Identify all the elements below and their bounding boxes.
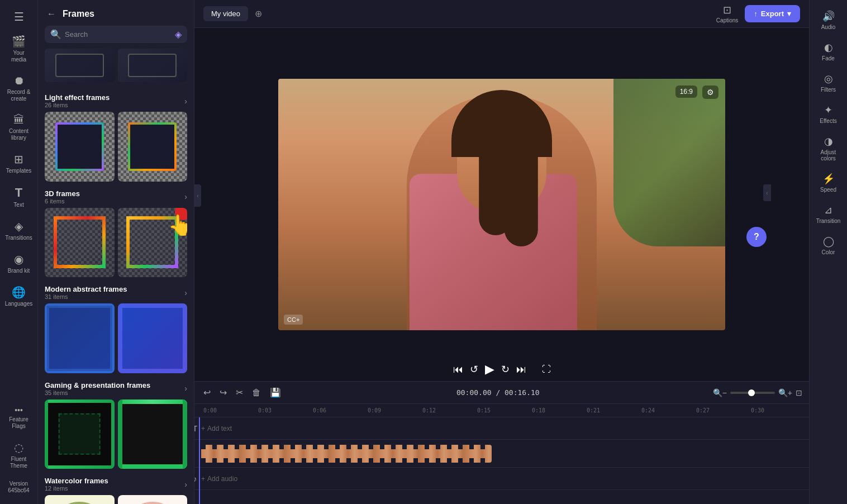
light-frame-thumb-2[interactable]	[118, 112, 188, 182]
sidebar-item-content[interactable]: 🏛 Contentlibrary	[2, 109, 36, 146]
sidebar-item-version: Version645bc64	[2, 476, 36, 498]
section-header-gaming[interactable]: Gaming & presentation frames 35 items ›	[45, 381, 187, 396]
modern-thumb-grid	[45, 303, 187, 373]
search-input[interactable]	[65, 30, 172, 39]
section-header-modern[interactable]: Modern abstract frames 31 items ›	[45, 285, 187, 300]
right-panel-adjust[interactable]: ◑ Adjust colors	[811, 131, 846, 166]
right-panel-speed[interactable]: ⚡ Speed	[811, 168, 846, 197]
languages-icon: 🌐	[12, 286, 26, 299]
light-effect-thumb-grid	[45, 112, 187, 182]
sidebar-item-fluent[interactable]: ◌ FluentTheme	[2, 436, 36, 474]
sidebar-item-more[interactable]: ••• FeatureFlags	[2, 401, 36, 434]
right-panel-transition[interactable]: ⊿ Transition	[811, 199, 846, 229]
timeline-time: 00:00.00 / 00:16.10	[288, 388, 708, 397]
add-text-button[interactable]: + Add text	[201, 425, 232, 432]
fullscreen-button[interactable]: ⛶	[542, 364, 551, 374]
right-panel-audio[interactable]: 🔊 Audio	[811, 6, 846, 35]
undo-button[interactable]: ↩	[201, 385, 213, 400]
gaming-frame-thumb-1[interactable]	[45, 400, 115, 469]
section-header-3d[interactable]: 3D frames 6 items ›	[45, 189, 187, 205]
top-thumbnails	[45, 49, 187, 82]
panel-header: ← Frames	[38, 0, 194, 26]
panel-collapse-handle[interactable]: ‹	[194, 184, 201, 207]
cut-button[interactable]: ✂	[234, 385, 245, 400]
audio-track-content[interactable]: + Add audio	[199, 468, 809, 489]
section-header-light-effect[interactable]: Light effect frames 26 items ›	[45, 93, 187, 108]
redo-button[interactable]: ↪	[217, 385, 229, 400]
skip-forward-button[interactable]: ⏭	[516, 364, 526, 375]
section-count-modern: 31 items	[45, 293, 127, 300]
watercolor-frame-thumb-2[interactable]: 🌸	[118, 495, 188, 504]
transition-icon: ⊿	[824, 204, 832, 216]
speed-label: Speed	[820, 187, 836, 193]
3d-frame-thumb-2[interactable]: 👆	[118, 208, 188, 278]
sidebar-item-record[interactable]: ⏺ Record &create	[2, 70, 36, 107]
right-panel-collapse[interactable]: ‹	[763, 184, 771, 201]
modern-frame-thumb-1[interactable]	[45, 303, 115, 373]
ruler-mark-10: 0:30	[751, 407, 806, 413]
video-track	[194, 440, 809, 468]
sidebar-item-brand[interactable]: ◉ Brand kit	[2, 248, 36, 279]
text-track-icon: T	[194, 424, 197, 433]
delete-button[interactable]: 🗑	[250, 386, 263, 400]
panel-scroll: Light effect frames 26 items ›	[38, 49, 194, 504]
gaming-frame-thumb-2[interactable]	[118, 400, 188, 469]
media-icon: 🎬	[12, 35, 26, 48]
speed-icon: ⚡	[822, 173, 835, 185]
captions-button[interactable]: ⊡ Captions	[716, 4, 738, 23]
frames-panel: ← Frames 🔍 ◈ Light effect frame	[38, 0, 194, 504]
video-clip[interactable]	[201, 445, 492, 463]
project-name-button[interactable]: My video	[203, 6, 248, 21]
back-button[interactable]: ←	[45, 7, 58, 21]
forward-button[interactable]: ↻	[501, 363, 510, 375]
video-track-content[interactable]	[199, 440, 809, 467]
sidebar-item-templates[interactable]: ⊞ Templates	[2, 148, 36, 179]
sidebar-label-text: Text	[13, 202, 23, 208]
right-panel-color[interactable]: ◯ Color	[811, 231, 846, 260]
sidebar-item-languages[interactable]: 🌐 Languages	[2, 281, 36, 312]
right-panel-effects[interactable]: ✦ Effects	[811, 99, 846, 129]
cc-button[interactable]: CC+	[284, 315, 303, 325]
audio-label: Audio	[821, 24, 836, 30]
play-button[interactable]: ▶	[485, 362, 494, 377]
effects-label: Effects	[820, 118, 836, 124]
sidebar-item-transitions[interactable]: ◈ Transitions	[2, 215, 36, 246]
tab-icon[interactable]: ⊕	[255, 8, 262, 19]
add-audio-button[interactable]: + Add audio	[201, 475, 237, 483]
section-header-watercolor[interactable]: Watercolor frames 12 items ›	[45, 477, 187, 492]
right-panel-filters[interactable]: ◎ Filters	[811, 68, 846, 97]
top-thumb-2[interactable]	[118, 49, 188, 82]
sidebar-item-menu[interactable]: ☰	[2, 6, 36, 28]
help-button[interactable]: ?	[746, 227, 767, 247]
watercolor-thumb-grid: 🌿 🌸	[45, 495, 187, 504]
sidebar-label-languages: Languages	[5, 301, 33, 307]
top-thumb-1[interactable]	[45, 49, 115, 82]
watercolor-frame-thumb-1[interactable]: 🌿	[45, 495, 115, 504]
main-area: My video ⊕ ⊡ Captions ↑ Export ▾	[194, 0, 809, 504]
zoom-in-button[interactable]: 🔍+	[778, 388, 792, 397]
rewind-button[interactable]: ↺	[470, 363, 478, 375]
ruler-mark-1: 0:03	[258, 407, 313, 413]
aspect-ratio-badge: 16:9	[675, 85, 697, 98]
modern-frame-thumb-2[interactable]	[118, 303, 188, 373]
sidebar-item-media[interactable]: 🎬 Your media	[2, 30, 36, 68]
skip-back-button[interactable]: ⏮	[453, 364, 463, 375]
premium-filter-button[interactable]: ◈	[175, 29, 182, 40]
text-track-content[interactable]: + Add text	[199, 417, 809, 439]
video-area: CC+ ⚙ 16:9 ⏮ ↺ ▶ ↻ ⏭ ⛶ ? ‹	[194, 28, 809, 381]
section-gaming-frames: Gaming & presentation frames 35 items ›	[38, 375, 194, 472]
zoom-out-button[interactable]: 🔍−	[713, 388, 727, 397]
section-title-light-effect: Light effect frames	[45, 93, 110, 102]
3d-frame-thumb-1[interactable]	[45, 208, 115, 278]
ruler-mark-3: 0:09	[368, 407, 422, 413]
export-button[interactable]: ↑ Export ▾	[745, 5, 800, 22]
settings-icon-button[interactable]: ⚙	[702, 85, 718, 99]
playhead	[199, 417, 200, 504]
fade-icon: ◐	[824, 41, 833, 54]
save-button[interactable]: 💾	[268, 385, 283, 400]
sidebar-item-text[interactable]: T Text	[2, 181, 36, 213]
fit-button[interactable]: ⊡	[796, 388, 802, 397]
zoom-bar[interactable]	[730, 392, 775, 394]
light-frame-thumb-1[interactable]	[45, 112, 115, 182]
right-panel-fade[interactable]: ◐ Fade	[811, 37, 846, 66]
